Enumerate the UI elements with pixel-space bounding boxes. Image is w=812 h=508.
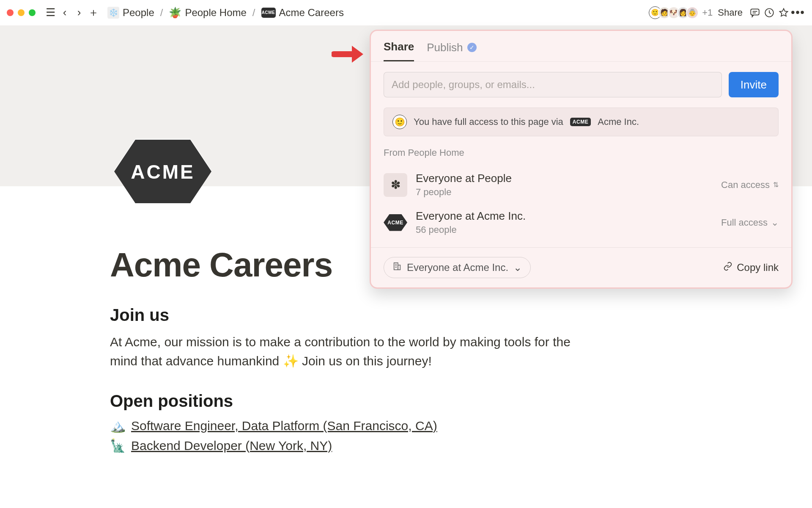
share-row-sub: 7 people [416,187,713,198]
zoom-window-icon[interactable] [29,9,36,16]
chevron-down-icon: ⌄ [513,262,522,273]
plant-icon: 🪴 [169,7,181,19]
heading-join-us: Join us [110,306,592,325]
tab-share[interactable]: Share [384,40,414,61]
menu-icon[interactable]: ☰ [43,6,58,20]
scope-selector[interactable]: Everyone at Acme Inc. ⌄ [384,257,531,278]
copy-link-button[interactable]: Copy link [723,262,779,273]
intro-paragraph: At Acme, our mission is to make a contri… [110,332,592,370]
callout-arrow-icon [332,41,365,69]
copy-link-label: Copy link [737,262,779,273]
minimize-window-icon[interactable] [18,9,25,16]
acme-logo-icon: ACME [570,118,591,126]
permission-label: Can access [721,179,770,190]
liberty-icon: 🗽 [110,438,125,453]
avatar: 👵 [686,6,699,19]
forward-icon[interactable]: › [72,6,86,20]
invite-input[interactable] [384,72,722,97]
breadcrumb-label: People Home [185,7,246,19]
acme-logo-icon: ACME [110,135,216,209]
avatar-overflow-count[interactable]: +1 [702,7,713,18]
tab-publish[interactable]: Publish ✓ [427,40,476,61]
user-face-icon: 🙂 [392,115,407,129]
scope-label: Everyone at Acme Inc. [407,262,508,273]
position-list: 🏔️ Software Engineer, Data Platform (San… [110,418,592,453]
position-label[interactable]: Backend Developer (New York, NY) [131,439,332,453]
updates-icon[interactable] [762,6,776,20]
breadcrumb-label: Acme Careers [279,7,344,19]
acme-logo-icon: ACME [384,211,407,235]
more-icon[interactable]: ••• [791,6,805,20]
favorite-icon[interactable] [776,6,791,20]
breadcrumb-label: People [123,7,154,19]
position-link[interactable]: 🗽 Backend Developer (New York, NY) [110,438,592,453]
back-icon[interactable]: ‹ [58,6,72,20]
building-icon [392,262,402,273]
breadcrumb-current[interactable]: ACME Acme Careers [259,5,346,20]
tab-publish-label: Publish [427,41,463,54]
window-controls [7,9,36,16]
acme-logo-icon: ACME [261,8,276,18]
svg-rect-7 [398,265,401,270]
presence-avatars[interactable]: 🙂 🧑 🐶 👩 👵 [652,6,699,19]
svg-rect-6 [394,263,398,270]
access-note: 🙂 You have full access to this page via … [384,108,779,136]
breadcrumb-people-home[interactable]: 🪴 People Home [166,5,249,20]
access-note-org: Acme Inc. [598,116,639,127]
share-tabs: Share Publish ✓ [371,31,791,62]
new-page-icon[interactable]: ＋ [86,6,101,20]
svg-rect-0 [751,9,759,15]
close-window-icon[interactable] [7,9,14,16]
chevron-up-down-icon: ⇅ [773,181,779,189]
inheritance-section-label: From People Home [384,147,779,158]
breadcrumb-people[interactable]: ❄️ People [105,5,157,20]
share-popover-panel: Share Publish ✓ Invite 🙂 You have full a… [370,30,793,289]
heading-open-positions: Open positions [110,392,592,411]
permission-selector[interactable]: Full access ⌄ [721,217,779,228]
access-note-text: You have full access to this page via [414,116,563,127]
share-row-acme: ACME Everyone at Acme Inc. 56 people Ful… [384,204,779,241]
mountain-icon: 🏔️ [110,418,125,433]
breadcrumb-separator: / [160,7,163,19]
link-icon [723,262,732,273]
share-row-name: Everyone at People [416,172,713,185]
published-check-icon: ✓ [467,43,477,52]
share-row-people: ✽ Everyone at People 7 people Can access… [384,166,779,204]
chevron-down-icon: ⌄ [771,217,779,228]
permission-selector[interactable]: Can access ⇅ [721,179,779,190]
share-popover: Share Publish ✓ Invite 🙂 You have full a… [370,30,793,289]
permission-label: Full access [721,217,768,228]
flower-icon: ✽ [384,173,407,197]
share-row-name: Everyone at Acme Inc. [416,210,713,223]
breadcrumb-separator: / [252,7,255,19]
topbar: ☰ ‹ › ＋ ❄️ People / 🪴 People Home / ACME… [0,0,812,25]
breadcrumb: ❄️ People / 🪴 People Home / ACME Acme Ca… [105,5,346,20]
invite-button[interactable]: Invite [729,72,779,97]
comments-icon[interactable] [748,6,762,20]
share-row-sub: 56 people [416,224,713,235]
position-label[interactable]: Software Engineer, Data Platform (San Fr… [131,419,437,433]
share-button[interactable]: Share [713,5,748,21]
flower-icon: ❄️ [107,7,119,19]
position-link[interactable]: 🏔️ Software Engineer, Data Platform (San… [110,418,592,433]
svg-text:ACME: ACME [131,161,195,183]
